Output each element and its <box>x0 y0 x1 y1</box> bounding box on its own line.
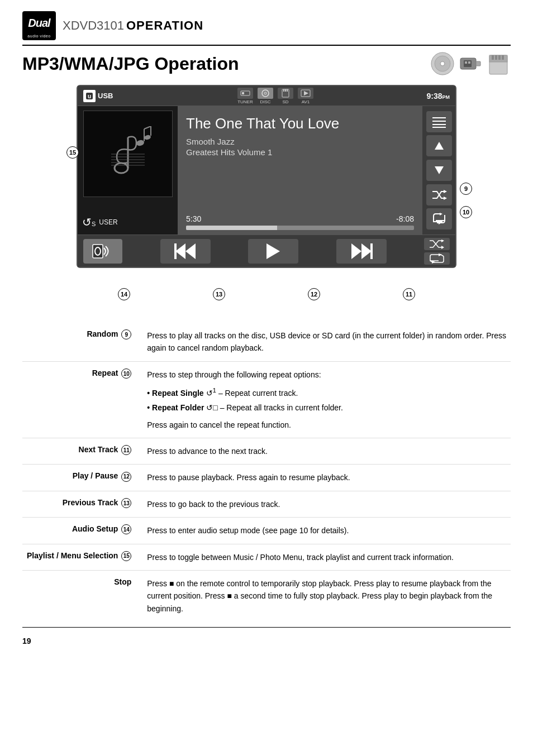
down-button[interactable] <box>426 160 452 181</box>
sd-card-icon <box>486 51 511 76</box>
callout-13: 13 <box>213 288 225 300</box>
svg-marker-58 <box>441 240 444 242</box>
desc-row-play-pause: Play / Pause 12 Press to pause playback.… <box>22 465 511 491</box>
desc-text-next-track: Press to advance to the next track. <box>142 438 511 465</box>
device-main-area: ↺S USER The One That You Love Smooth Jaz… <box>78 106 455 235</box>
sd-source[interactable]: SD <box>278 88 293 104</box>
next-track-button[interactable] <box>336 239 387 264</box>
svg-marker-45 <box>444 190 447 193</box>
desc-label-random: Random 9 <box>22 323 140 361</box>
svg-marker-55 <box>361 243 372 259</box>
page-title: MP3/WMA/JPG Operation <box>22 54 239 74</box>
progress-bar[interactable] <box>186 226 414 230</box>
callout-14: 14 <box>118 288 130 300</box>
svg-point-19 <box>262 90 269 97</box>
media-type-icons <box>430 51 511 76</box>
desc-row-stop: Stop Press ■ on the remote control to te… <box>22 570 511 621</box>
source-usb: u USB <box>83 90 113 102</box>
desc-text-repeat: Press to step through the following repe… <box>142 361 511 438</box>
svg-rect-57 <box>370 243 373 259</box>
audio-setup-button[interactable] <box>83 239 122 264</box>
page-title-row: MP3/WMA/JPG Operation <box>22 51 511 76</box>
desc-text-stop: Press ■ on the remote control to tempora… <box>142 570 511 621</box>
desc-label-playlist: Playlist / Menu Selection 15 <box>22 544 140 570</box>
up-button[interactable] <box>426 135 452 156</box>
desc-text-play-pause: Press to pause playback. Press again to … <box>142 465 511 491</box>
clock-display: 9:38PM <box>426 92 450 101</box>
callout-9: 9 <box>460 183 472 195</box>
svg-point-31 <box>144 134 151 140</box>
previous-track-button[interactable] <box>160 239 211 264</box>
callout-13-area: 13 <box>213 288 225 300</box>
svg-marker-43 <box>435 142 444 150</box>
desc-text-random: Press to play all tracks on the disc, US… <box>142 323 511 361</box>
track-info-panel: The One That You Love Smooth Jazz Greate… <box>178 106 422 235</box>
right-controls-panel <box>422 106 455 235</box>
desc-text-playlist: Press to toggle between Music / Photo Me… <box>142 544 511 570</box>
disc-source[interactable]: DISC <box>258 88 273 104</box>
svg-rect-22 <box>283 89 284 92</box>
desc-row-repeat: Repeat 10 Press to step through the foll… <box>22 361 511 438</box>
svg-marker-46 <box>444 197 447 200</box>
repeat-small-button[interactable] <box>424 252 450 265</box>
user-label: USER <box>99 218 117 226</box>
repeat-user-row: ↺S USER <box>82 213 173 230</box>
page-header: Dual XDVD3101 OPERATION <box>22 11 511 46</box>
track-artist: Smooth Jazz <box>186 137 414 146</box>
album-artwork <box>83 111 173 197</box>
svg-rect-23 <box>285 89 286 92</box>
svg-rect-14 <box>502 55 504 60</box>
svg-rect-7 <box>465 61 467 64</box>
desc-row-next-track: Next Track 11 Press to advance to the ne… <box>22 438 511 465</box>
time-remaining: -8:08 <box>396 214 414 223</box>
device-screen: u USB TUNER <box>77 85 456 268</box>
nav-source-icons: TUNER DISC <box>124 88 426 104</box>
shuffle-button[interactable] <box>426 184 452 205</box>
repeat-button[interactable] <box>426 208 452 229</box>
track-album: Greatest Hits Volume 1 <box>186 147 414 157</box>
svg-point-29 <box>135 139 144 146</box>
callout-11: 11 <box>403 288 415 300</box>
svg-rect-49 <box>93 245 103 258</box>
svg-text:u: u <box>88 93 91 99</box>
svg-marker-47 <box>440 213 442 216</box>
track-title: The One That You Love <box>186 115 414 132</box>
svg-point-27 <box>115 163 128 173</box>
svg-rect-11 <box>492 55 494 60</box>
svg-rect-5 <box>476 61 480 66</box>
device-topbar: u USB TUNER <box>78 86 455 106</box>
album-art-panel: ↺S USER <box>78 106 178 235</box>
desc-row-prev-track: Previous Track 13 Press to go back to th… <box>22 491 511 517</box>
shuffle-small-button[interactable] <box>424 238 450 250</box>
playlist-button[interactable] <box>426 111 452 132</box>
time-elapsed: 5:30 <box>186 214 201 223</box>
svg-rect-8 <box>468 61 470 64</box>
svg-marker-51 <box>175 243 185 259</box>
bottom-rule <box>22 627 511 628</box>
desc-text-prev-track: Press to go back to the previous track. <box>142 491 511 517</box>
desc-label-audio-setup: Audio Setup 14 <box>22 518 140 544</box>
repeat-options-list: Repeat Single ↺1 – Repeat current track.… <box>147 384 506 415</box>
sd-icon <box>278 88 293 99</box>
model-operation: XDVD3101 OPERATION <box>63 18 203 33</box>
av1-source[interactable]: AV1 <box>298 88 313 104</box>
usb-source-icon: u <box>83 90 96 102</box>
svg-rect-18 <box>242 92 244 94</box>
callout-12-area: 12 <box>308 288 320 300</box>
transport-callout-row: 14 13 12 11 <box>77 285 456 300</box>
av1-icon <box>298 88 313 99</box>
svg-point-20 <box>264 92 266 94</box>
callout-12: 12 <box>308 288 320 300</box>
callout-14-area: 14 <box>118 288 130 300</box>
desc-label-repeat: Repeat 10 <box>22 361 140 438</box>
play-pause-button[interactable] <box>248 239 298 264</box>
desc-label-stop: Stop <box>22 570 140 621</box>
repeat-folder-item: Repeat Folder ↺□ – Repeat all tracks in … <box>147 400 506 415</box>
desc-label-next-track: Next Track 11 <box>22 438 140 465</box>
callout-10: 10 <box>460 206 472 218</box>
repeat-single-item: Repeat Single ↺1 – Repeat current track. <box>147 384 506 400</box>
track-progress: 5:30 -8:08 <box>186 214 414 230</box>
device-wrapper: 15 9 10 u USB <box>77 85 456 300</box>
tuner-source[interactable]: TUNER <box>237 88 253 104</box>
svg-marker-44 <box>435 166 444 174</box>
